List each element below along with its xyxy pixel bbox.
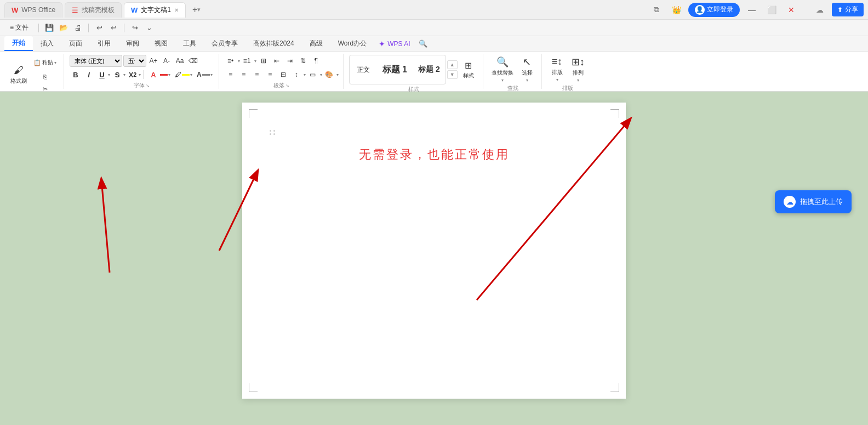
tab-wps[interactable]: W WPS Office [4,2,62,18]
ordered-list-button[interactable]: ≡1 [241,55,253,67]
search-ribbon-button[interactable]: 🔍 [417,38,429,50]
close-button[interactable]: ✕ [784,2,799,18]
doc-text-area[interactable]: 无需登录，也能正常使用 [242,103,626,207]
distribute-button[interactable]: ⊟ [277,69,289,81]
sort-button[interactable]: ⇅ [297,55,309,67]
tab-review[interactable]: 审阅 [118,37,147,50]
arrange-icon: ⊞↕ [572,56,585,68]
style-h1[interactable]: 标题 1 [377,56,413,83]
underline-button[interactable]: U [96,69,108,81]
font-size-decrease-button[interactable]: A- [161,55,173,67]
styles-up-icon[interactable]: ▲ [447,60,458,69]
styles-scroll-arrows[interactable]: ▲ ▼ [447,60,458,79]
undo-button[interactable]: ↩ [93,22,105,34]
typeset-button[interactable]: ≡↕ 排版 ▾ [547,55,567,83]
typeset-icon: ≡↕ [552,56,563,67]
multilevel-list-button[interactable]: ⊞ [258,55,270,67]
find-replace-button[interactable]: 🔍 查找替换 ▾ [489,55,516,83]
template-icon: ☰ [72,6,78,14]
para-row-1: ≡• ▾ ≡1 ▾ ⊞ ⇤ ⇥ ⇅ ¶ [225,55,339,67]
document-page[interactable]: 无需登录，也能正常使用 [242,103,626,399]
paste-button[interactable]: 📋 粘贴 ▾ [31,55,59,70]
clear-format-button[interactable]: ⌫ [187,55,199,67]
maximize-button[interactable]: ⬜ [764,2,779,18]
increase-indent-button[interactable]: ⇥ [284,55,296,67]
tab-layout2024[interactable]: 高效排版2024 [245,37,302,50]
tab-insert[interactable]: 插入 [33,37,61,50]
minimize-button[interactable]: — [744,2,760,18]
shading-button[interactable]: 🎨 [323,69,335,81]
italic-button[interactable]: I [83,69,95,81]
char-shade-group[interactable]: A ▾ [195,69,214,81]
border-button[interactable]: ▭ [307,69,319,81]
align-center-button[interactable]: ≡ [238,69,250,81]
unordered-list-button[interactable]: ≡• [225,55,237,67]
font-expand-icon[interactable]: ↘ [146,83,150,88]
save-button[interactable]: 💾 [43,22,55,34]
tab-template[interactable]: ☰ 找稿壳模板 [65,2,122,18]
group-find: 🔍 查找替换 ▾ ↖ 选择 ▾ 查找 [484,54,542,89]
tab-member[interactable]: 会员专享 [204,37,245,50]
tab-start[interactable]: 开始 [4,36,33,51]
style-h2[interactable]: 标题 2 [413,56,446,83]
change-case-button[interactable]: Aa [174,55,186,67]
styles-gallery-button[interactable]: ⊞ 样式 [459,55,478,84]
tab-doc[interactable]: W 文字文稿1 ✕ [124,2,186,18]
underline-group[interactable]: U ▾ [96,69,110,81]
print-button[interactable]: 🖨 [72,22,84,34]
arrange-button[interactable]: ⊞↕ 排列 ▾ [568,55,588,83]
font-name-select[interactable]: 末体 (正文) [70,55,122,67]
bold-button[interactable]: B [70,69,82,81]
paragraph-expand-icon[interactable]: ↘ [285,83,289,88]
font-color-group[interactable]: A ▾ [146,69,172,81]
undo-arrow-button[interactable]: ↩ [107,22,119,34]
tab-close-icon[interactable]: ✕ [174,7,179,13]
tab-view[interactable]: 视图 [147,37,175,50]
line-spacing-button[interactable]: ↕ [290,69,302,81]
styles-down-icon[interactable]: ▼ [447,70,458,79]
more-quick-button[interactable]: ⌄ [143,22,155,34]
select-button[interactable]: ↖ 选择 ▾ [517,55,537,83]
font-size-increase-button[interactable]: A+ [147,55,159,67]
copy-button[interactable]: ⎘ [31,71,59,82]
share-button[interactable]: ⬆ 分享 [832,3,864,16]
styles-gallery-label: 样式 [463,72,474,80]
tab-tools[interactable]: 工具 [175,37,204,50]
tab-word[interactable]: Word办公 [330,37,374,50]
menu-sep-2 [88,24,89,32]
tab-advanced[interactable]: 高级 [302,37,330,50]
tab-wps-ai[interactable]: ✦ WPS AI [374,38,414,49]
align-left-button[interactable]: ≡ [225,69,237,81]
decrease-indent-button[interactable]: ⇤ [271,55,283,67]
align-right-button[interactable]: ≡ [251,69,263,81]
corner-bl [249,383,258,392]
justify-button[interactable]: ≡ [264,69,276,81]
redo-button[interactable]: ↪ [129,22,141,34]
login-button[interactable]: 👤 立即登录 [688,3,740,17]
style-normal[interactable]: 正文 [350,56,377,83]
window-restore-button[interactable]: ⧉ [649,2,664,18]
group-paragraph: ≡• ▾ ≡1 ▾ ⊞ ⇤ ⇥ ⇅ ¶ ≡ ≡ ≡ ≡ ⊟ ↕ [220,54,344,89]
tab-page[interactable]: 页面 [61,37,90,50]
font-color-button[interactable]: A [147,69,159,81]
font-size-select[interactable]: 五号 [123,55,146,67]
paste-group: 📋 粘贴 ▾ ⎘ ✂ [31,55,59,94]
superscript-group[interactable]: X2 ▾ [127,69,141,81]
new-tab-button[interactable]: + ▾ [188,5,205,15]
strikethrough-group[interactable]: S ▾ [111,69,125,81]
highlight-color-group[interactable]: 🖊 ▾ [173,69,194,81]
format-painter-button[interactable]: 🖌 格式刷 [8,60,30,89]
menu-file[interactable]: ≡ 文件 [4,21,34,35]
upload-panel[interactable]: ☁ 拖拽至此上传 [775,190,852,213]
strikethrough-button[interactable]: S [111,69,123,81]
typeset-dropdown-icon: ▾ [556,77,558,82]
share-icon: ⬆ [837,6,843,14]
doc-handle [270,130,276,135]
crown-button[interactable]: 👑 [669,2,684,18]
superscript-button[interactable]: X2 [127,69,139,81]
select-dropdown-icon: ▾ [526,78,528,83]
char-shade-icon: A [197,71,202,78]
show-marks-button[interactable]: ¶ [310,55,322,67]
tab-references[interactable]: 引用 [90,37,118,50]
open-button[interactable]: 📂 [58,22,70,34]
